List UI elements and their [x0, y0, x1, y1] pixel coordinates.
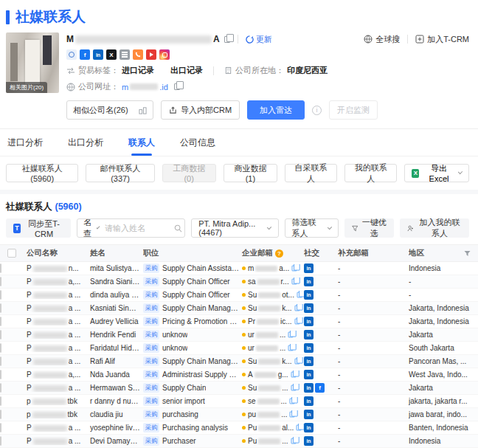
subtab-commercial-data[interactable]: 商业数据(1)	[224, 164, 277, 182]
linkedin-icon[interactable]: in	[304, 410, 314, 419]
copy-icon[interactable]	[292, 266, 297, 272]
company-cell[interactable]: Pa ...	[27, 304, 90, 312]
row-checkbox[interactable]	[0, 290, 1, 300]
sync-tcrm-button[interactable]: T 同步至T-CRM	[6, 218, 71, 238]
tab-contacts[interactable]: 联系人	[127, 129, 156, 156]
info-icon[interactable]: i	[312, 106, 322, 115]
similar-companies-box[interactable]: 相似公司名(26)	[66, 100, 153, 120]
copy-icon[interactable]	[288, 345, 294, 351]
copy-icon[interactable]	[294, 319, 299, 325]
name-search-input[interactable]	[105, 224, 168, 232]
youtube-icon[interactable]	[146, 49, 156, 60]
row-checkbox[interactable]	[0, 423, 1, 433]
subtab-social-contacts[interactable]: 社媒联系人(5960)	[6, 164, 78, 182]
linkedin-icon[interactable]: in	[304, 396, 314, 406]
tab-import-analysis[interactable]: 进口分析	[6, 129, 44, 156]
help-icon[interactable]: ?	[275, 249, 283, 258]
select-all-checkbox[interactable]	[7, 249, 16, 258]
linkedin-icon[interactable]: in	[304, 383, 314, 393]
row-checkbox[interactable]	[0, 330, 1, 340]
contact-name[interactable]: dinda auliya adha	[90, 291, 143, 299]
copy-icon[interactable]	[294, 359, 299, 365]
row-checkbox[interactable]	[0, 263, 1, 273]
linkedin-icon[interactable]: in	[93, 49, 103, 60]
linkedin-icon[interactable]: in	[304, 370, 314, 379]
related-photos-label[interactable]: 相关图片(20)	[6, 82, 47, 93]
search-icon[interactable]	[168, 224, 185, 232]
facebook-icon[interactable]: f	[80, 49, 90, 60]
contact-name[interactable]: Sandra Sianipar	[90, 278, 143, 286]
join-radar-button[interactable]: 加入雷达	[247, 100, 305, 120]
join-tcrm-link[interactable]: 加入T-CRM	[415, 34, 469, 45]
linkedin-icon[interactable]: in	[304, 303, 314, 313]
filter-funnel-icon[interactable]	[464, 250, 471, 257]
linkedin-icon[interactable]: in	[304, 263, 314, 273]
contact-name[interactable]: r danny d nurpat...	[90, 397, 143, 405]
row-checkbox[interactable]	[0, 277, 1, 286]
copy-icon[interactable]	[291, 385, 296, 391]
blog-icon[interactable]	[119, 49, 130, 60]
import-record-link[interactable]: 进口记录	[122, 65, 154, 76]
row-checkbox[interactable]	[0, 436, 1, 446]
linkedin-icon[interactable]: in	[304, 343, 314, 353]
copy-icon[interactable]	[297, 425, 302, 431]
global-search-link[interactable]: 全球搜	[364, 34, 400, 45]
contact-name[interactable]: Devi Damayanti	[90, 437, 143, 445]
copy-icon[interactable]	[294, 306, 299, 311]
linkedin-icon[interactable]: in	[304, 330, 314, 340]
company-cell[interactable]: Pa ...	[27, 317, 90, 325]
company-cell[interactable]: Pa ...	[27, 357, 90, 365]
phone-icon[interactable]	[133, 49, 143, 60]
copy-icon[interactable]	[291, 279, 297, 285]
contact-name[interactable]: mita Sulistyandari	[90, 264, 143, 272]
row-checkbox[interactable]	[0, 410, 1, 419]
linkedin-icon[interactable]: in	[304, 317, 314, 326]
refresh-button[interactable]: 更新	[246, 34, 272, 45]
contact-name[interactable]: Hendrik Fendi	[90, 331, 143, 339]
company-cell[interactable]: Pa ...	[27, 437, 90, 445]
row-checkbox[interactable]	[0, 317, 1, 326]
linkedin-icon[interactable]: in	[304, 436, 314, 446]
name-query-dropdown[interactable]: 姓名查询	[77, 218, 105, 238]
company-cell[interactable]: ptbk	[27, 410, 90, 418]
company-cell[interactable]: Pa ...	[27, 384, 90, 392]
row-checkbox[interactable]	[0, 383, 1, 393]
copy-icon[interactable]	[224, 36, 230, 43]
row-checkbox[interactable]	[0, 356, 1, 366]
contact-name[interactable]: claudia jiu	[90, 410, 143, 418]
contact-name[interactable]: yosephine liviane	[90, 424, 143, 432]
contact-name[interactable]: Audrey Vellicia	[90, 317, 143, 325]
contact-name[interactable]: Hermawan Sapu...	[90, 384, 143, 392]
tab-export-analysis[interactable]: 出口分析	[66, 129, 105, 156]
add-my-contacts-button[interactable]: 加入我的联系人	[400, 218, 469, 238]
subtab-my-contacts[interactable]: 我的联系人	[344, 164, 397, 182]
subtab-self-collected[interactable]: 自采联系人	[285, 164, 337, 182]
company-cell[interactable]: Pa ...	[27, 424, 90, 432]
company-filter-select[interactable]: PT. Mitra Adip... (4467)	[191, 218, 278, 238]
filter-contacts-select[interactable]: 筛选联系人	[285, 218, 339, 238]
contact-name[interactable]: Kasniati Sinaga	[90, 304, 143, 312]
instagram-icon[interactable]	[159, 49, 170, 60]
company-cell[interactable]: Pa,...	[27, 278, 90, 286]
subtab-email-contacts[interactable]: 邮件联系人(337)	[86, 164, 154, 182]
contact-name[interactable]: Rafi Alif	[90, 357, 143, 365]
website-link[interactable]: m .id	[122, 83, 168, 92]
linkedin-icon[interactable]: in	[304, 290, 314, 300]
linkedin-icon[interactable]: in	[304, 277, 314, 286]
company-cell[interactable]: ptbk	[27, 397, 90, 405]
row-checkbox[interactable]	[0, 370, 1, 379]
company-photo[interactable]: 相关图片(20)	[6, 32, 59, 93]
copy-icon[interactable]	[290, 399, 295, 404]
contact-name[interactable]: Faridatul Hidzroh	[90, 344, 143, 352]
copy-icon[interactable]	[291, 372, 296, 378]
x-icon[interactable]: X	[106, 49, 117, 60]
tab-company-info[interactable]: 公司信息	[179, 129, 217, 156]
linkedin-icon[interactable]: in	[304, 423, 314, 433]
company-cell[interactable]: Pa ...	[27, 331, 90, 339]
row-checkbox[interactable]	[0, 396, 1, 406]
website-icon[interactable]	[66, 49, 77, 60]
subtab-business-registry[interactable]: 工商数据(0)	[162, 164, 216, 182]
import-crm-button[interactable]: 导入内部CRM	[161, 100, 240, 120]
linkedin-icon[interactable]: in	[304, 356, 314, 366]
enable-monitor-button[interactable]: 开启监测	[329, 100, 378, 120]
